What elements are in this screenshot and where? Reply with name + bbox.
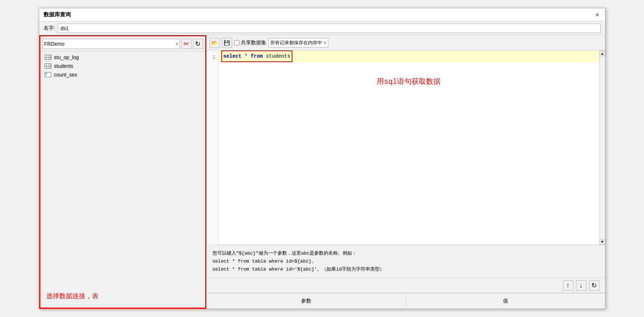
line-numbers: 1	[207, 50, 218, 245]
name-label: 名字:	[44, 25, 55, 32]
table-list: stu_op_log students count_sex	[40, 52, 205, 284]
db-select[interactable]: FRDemo	[42, 39, 180, 49]
arrows-row: ↑ ↓ ↻	[207, 278, 605, 293]
scrollbar-up-arrow[interactable]: ▲	[599, 50, 605, 56]
close-button[interactable]: ×	[594, 12, 601, 18]
scrollbar-down-arrow[interactable]: ▼	[599, 239, 605, 245]
sql-from-keyword: from	[251, 53, 263, 59]
refresh-sql-button[interactable]: ↻	[589, 280, 599, 291]
move-down-button[interactable]: ↓	[576, 280, 586, 291]
down-arrow-icon: ↓	[579, 282, 583, 289]
sql-editor-wrapper: 1 select * from students	[207, 50, 605, 245]
share-dataset-area: 共享数据集	[234, 40, 266, 46]
params-col-param: 参数	[207, 293, 406, 309]
db-select-wrapper: FRDemo	[42, 39, 180, 49]
refresh-button[interactable]: ↻	[193, 39, 203, 49]
table-name: count_sex	[54, 72, 77, 78]
open-file-icon: 📂	[211, 40, 218, 46]
left-panel: FRDemo ✂ ↻ s	[39, 35, 206, 309]
list-item[interactable]: stu_op_log	[40, 53, 205, 62]
save-icon: 💾	[224, 40, 230, 46]
memory-label: 所有记录都保存在内存中	[270, 40, 322, 46]
left-toolbar: FRDemo ✂ ↻	[40, 36, 205, 52]
scissors-button[interactable]: ✂	[181, 39, 191, 49]
open-file-button[interactable]: 📂	[210, 38, 220, 48]
sql-editor[interactable]: select * from students 用sql语句获取数据	[218, 50, 599, 245]
view-special-icon	[45, 72, 51, 77]
refresh-icon: ↻	[195, 40, 201, 48]
list-item[interactable]: count_sex	[40, 70, 205, 79]
right-panel: 📂 💾 共享数据集 所有记录都保存在内存中 ∨ 1	[206, 35, 605, 309]
right-toolbar: 📂 💾 共享数据集 所有记录都保存在内存中 ∨	[207, 35, 605, 50]
sql-star: *	[244, 53, 247, 59]
sql-editor-area: 1 select * from students	[207, 50, 605, 309]
scissors-icon: ✂	[183, 40, 189, 48]
save-button[interactable]: 💾	[222, 38, 232, 48]
share-dataset-label: 共享数据集	[241, 40, 266, 46]
hint-line2: select * from table where id=${abc}。	[212, 258, 599, 265]
sql-hint: 用sql语句获取数据	[218, 62, 599, 101]
title-bar: 数据库查询 ×	[39, 8, 605, 21]
left-hint: 选择数据连接，表	[40, 284, 205, 308]
table-grid-icon	[45, 63, 51, 69]
hint-line3: select * from table where id='${abc}'。（如…	[212, 265, 599, 273]
table-grid-icon	[45, 55, 51, 60]
move-up-button[interactable]: ↑	[563, 280, 573, 291]
memory-dropdown-arrow: ∨	[324, 40, 327, 45]
sql-code-box: select * from students	[221, 50, 293, 62]
name-row: 名字:	[39, 21, 605, 35]
view-icon	[45, 72, 51, 78]
dialog-title: 数据库查询	[44, 11, 71, 18]
sql-table-name: students	[266, 53, 290, 59]
sql-highlighted-line: select * from students	[218, 50, 599, 62]
table-icon	[45, 54, 51, 60]
params-col-value: 值	[406, 293, 605, 309]
hint-line1: 您可以键入"${abc}"做为一个参数，这里abc是参数的名称。例如：	[212, 250, 599, 258]
line-number-1: 1	[207, 52, 218, 61]
table-icon	[45, 63, 51, 69]
up-arrow-icon: ↑	[566, 282, 570, 289]
table-name: stu_op_log	[54, 54, 79, 60]
list-item[interactable]: students	[40, 62, 205, 70]
params-table-header: 参数 值	[207, 293, 605, 309]
memory-dropdown[interactable]: 所有记录都保存在内存中 ∨	[268, 38, 328, 48]
refresh-sql-icon: ↻	[591, 281, 597, 289]
database-query-dialog: 数据库查询 × 名字: FRDemo ✂ ↻	[39, 8, 605, 309]
hint-area: 您可以键入"${abc}"做为一个参数，这里abc是参数的名称。例如： sele…	[207, 245, 605, 278]
share-dataset-checkbox[interactable]	[234, 40, 239, 45]
name-input[interactable]	[58, 24, 600, 33]
main-content: FRDemo ✂ ↻ s	[39, 35, 605, 309]
sql-select-keyword: select	[223, 53, 242, 59]
sql-scrollbar-vertical: ▲ ▼	[599, 50, 605, 245]
table-name: students	[54, 63, 73, 69]
